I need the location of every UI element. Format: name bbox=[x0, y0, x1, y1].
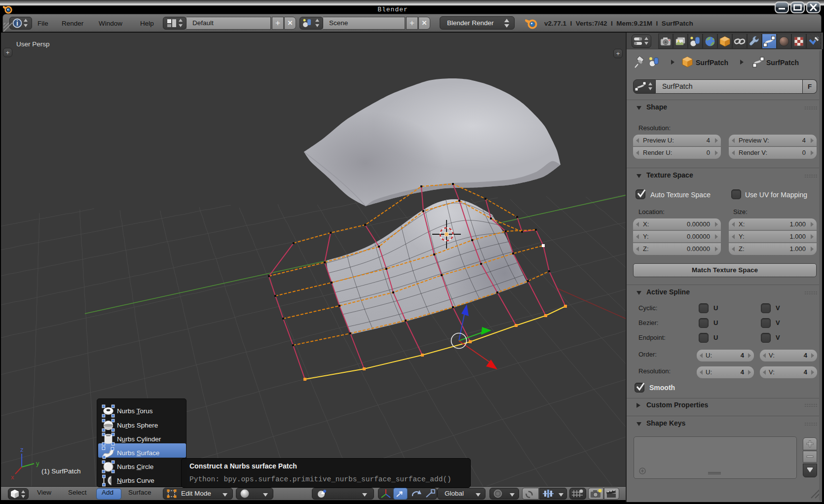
svg-text:SurfPatch: SurfPatch bbox=[766, 59, 799, 67]
svg-text:y: y bbox=[36, 460, 39, 467]
svg-text:z: z bbox=[20, 446, 24, 453]
svg-text:i: i bbox=[16, 19, 18, 27]
svg-text:x: x bbox=[11, 473, 14, 481]
svg-text:SurfPatch: SurfPatch bbox=[696, 59, 728, 67]
